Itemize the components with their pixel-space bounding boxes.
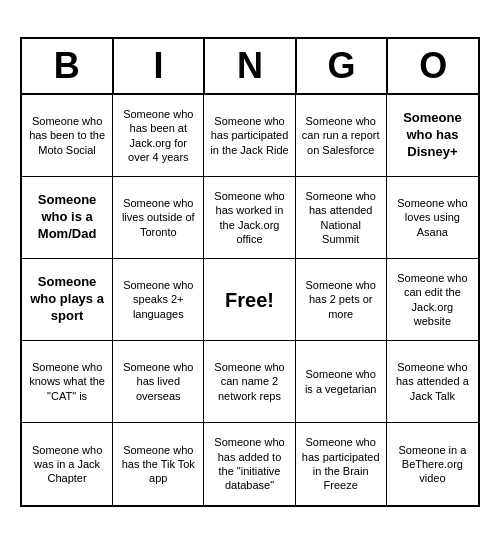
bingo-cell-19: Someone who has attended a Jack Talk xyxy=(387,341,478,423)
header-letter-g: G xyxy=(297,39,389,95)
bingo-grid: Someone who has been to the Moto SocialS… xyxy=(22,95,478,505)
bingo-cell-23: Someone who has participated in the Brai… xyxy=(296,423,387,505)
bingo-cell-24: Someone in a BeThere.org video xyxy=(387,423,478,505)
bingo-cell-18: Someone who is a vegetarian xyxy=(296,341,387,423)
bingo-cell-11: Someone who speaks 2+ languages xyxy=(113,259,204,341)
bingo-cell-3: Someone who can run a report on Salesfor… xyxy=(296,95,387,177)
bingo-cell-0: Someone who has been to the Moto Social xyxy=(22,95,113,177)
bingo-cell-16: Someone who has lived overseas xyxy=(113,341,204,423)
header-letter-i: I xyxy=(114,39,206,95)
bingo-cell-8: Someone who has attended National Summit xyxy=(296,177,387,259)
header-letter-o: O xyxy=(388,39,478,95)
bingo-cell-14: Someone who can edit the Jack.org websit… xyxy=(387,259,478,341)
bingo-cell-20: Someone who was in a Jack Chapter xyxy=(22,423,113,505)
bingo-card: BINGO Someone who has been to the Moto S… xyxy=(20,37,480,507)
bingo-cell-15: Someone who knows what the "CAT" is xyxy=(22,341,113,423)
bingo-cell-13: Someone who has 2 pets or more xyxy=(296,259,387,341)
bingo-cell-2: Someone who has participated in the Jack… xyxy=(204,95,295,177)
bingo-cell-9: Someone who loves using Asana xyxy=(387,177,478,259)
bingo-cell-21: Someone who has the Tik Tok app xyxy=(113,423,204,505)
bingo-cell-5: Someone who is a Mom/Dad xyxy=(22,177,113,259)
bingo-cell-22: Someone who has added to the "initiative… xyxy=(204,423,295,505)
free-cell: Free! xyxy=(204,259,295,341)
bingo-cell-7: Someone who has worked in the Jack.org o… xyxy=(204,177,295,259)
header-letter-n: N xyxy=(205,39,297,95)
header-letter-b: B xyxy=(22,39,114,95)
bingo-cell-6: Someone who lives outside of Toronto xyxy=(113,177,204,259)
bingo-cell-10: Someone who plays a sport xyxy=(22,259,113,341)
bingo-header: BINGO xyxy=(22,39,478,95)
bingo-cell-1: Someone who has been at Jack.org for ove… xyxy=(113,95,204,177)
bingo-cell-4: Someone who has Disney+ xyxy=(387,95,478,177)
bingo-cell-17: Someone who can name 2 network reps xyxy=(204,341,295,423)
